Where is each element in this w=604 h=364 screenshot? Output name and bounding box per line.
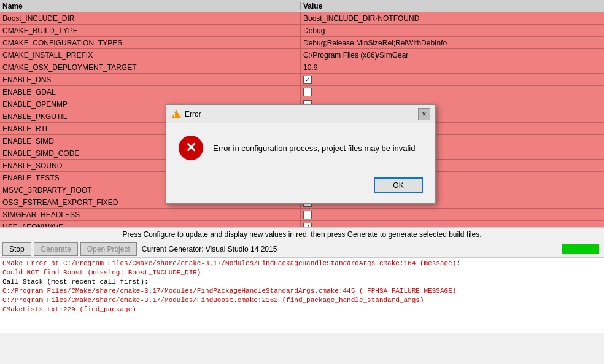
- cell-value[interactable]: [301, 74, 604, 85]
- controls-bar: Stop Generate Open Project Current Gener…: [0, 241, 604, 258]
- cell-value[interactable]: [301, 221, 604, 227]
- warning-icon: [171, 109, 181, 119]
- table-row[interactable]: USE_AEONWAVE: [0, 221, 604, 227]
- modal-close-button[interactable]: ×: [418, 108, 430, 120]
- modal-message: Error in configuration process, project …: [213, 144, 423, 153]
- cell-name: USE_AEONWAVE: [0, 221, 301, 227]
- modal-body: ✕ Error in configuration process, projec…: [166, 123, 435, 172]
- modal-titlebar: Error ×: [166, 105, 435, 123]
- cell-value[interactable]: [301, 209, 604, 220]
- table-row[interactable]: SIMGEAR_HEADLESS: [0, 209, 604, 221]
- cell-name: SIMGEAR_HEADLESS: [0, 209, 301, 220]
- cell-name: CMAKE_INSTALL_PREFIX: [0, 49, 301, 61]
- cell-name: ENABLE_GDAL: [0, 86, 301, 98]
- column-name-header: Name: [0, 2, 301, 10]
- cell-name: CMAKE_BUILD_TYPE: [0, 25, 301, 36]
- table-row[interactable]: CMAKE_CONFIGURATION_TYPESDebug;Release;M…: [0, 37, 604, 49]
- checkbox[interactable]: [303, 223, 312, 228]
- cell-name: CMAKE_CONFIGURATION_TYPES: [0, 37, 301, 48]
- error-icon: ✕: [179, 136, 203, 160]
- log-line: CMakeLists.txt:229 (find_package): [2, 305, 602, 314]
- table-header: Name Value: [0, 0, 604, 12]
- status-message: Press Configure to update and display ne…: [122, 230, 481, 239]
- modal-footer: OK: [166, 172, 435, 203]
- log-line: C:/Program Files/CMake/share/cmake-3.17/…: [2, 287, 602, 296]
- cell-value: 10.9: [301, 61, 604, 73]
- cell-value: C:/Program Files (x86)/SimGear: [301, 49, 604, 61]
- cell-value: Boost_INCLUDE_DIR-NOTFOUND: [301, 12, 604, 24]
- cell-value: Debug: [301, 25, 604, 36]
- table-row[interactable]: CMAKE_INSTALL_PREFIXC:/Program Files (x8…: [0, 49, 604, 61]
- cell-value: Debug;Release;MinSizeRel;RelWithDebInfo: [301, 37, 604, 48]
- table-row[interactable]: ENABLE_GDAL: [0, 86, 604, 98]
- cell-value[interactable]: [301, 86, 604, 98]
- cell-name: Boost_INCLUDE_DIR: [0, 12, 301, 24]
- table-row[interactable]: CMAKE_BUILD_TYPEDebug: [0, 25, 604, 37]
- open-project-button[interactable]: Open Project: [80, 242, 137, 256]
- checkbox[interactable]: [303, 76, 312, 84]
- checkbox[interactable]: [303, 88, 312, 96]
- log-line: Call Stack (most recent call first):: [2, 277, 602, 287]
- progress-bar: [562, 244, 599, 254]
- log-line: C:/Program Files/CMake/share/cmake-3.17/…: [2, 296, 602, 305]
- ok-button[interactable]: OK: [374, 177, 423, 193]
- error-dialog[interactable]: Error × ✕ Error in configuration process…: [166, 104, 436, 204]
- table-row[interactable]: ENABLE_DNS: [0, 74, 604, 86]
- table-row[interactable]: Boost_INCLUDE_DIRBoost_INCLUDE_DIR-NOTFO…: [0, 12, 604, 25]
- log-line: CMake Error at C:/Program Files/CMake/sh…: [2, 259, 602, 268]
- generator-text: Current Generator: Visual Studio 14 2015: [142, 245, 560, 254]
- cell-name: CMAKE_OSX_DEPLOYMENT_TARGET: [0, 61, 301, 73]
- stop-button[interactable]: Stop: [2, 242, 31, 256]
- column-value-header: Value: [301, 2, 604, 10]
- modal-title: Error: [185, 110, 418, 118]
- log-line: Could NOT find Boost (missing: Boost_INC…: [2, 268, 602, 277]
- status-bar: Press Configure to update and display ne…: [0, 227, 604, 241]
- table-row[interactable]: CMAKE_OSX_DEPLOYMENT_TARGET10.9: [0, 61, 604, 74]
- checkbox[interactable]: [303, 211, 312, 219]
- cell-name: ENABLE_DNS: [0, 74, 301, 85]
- generate-button[interactable]: Generate: [34, 242, 78, 256]
- log-area: CMake Error at C:/Program Files/CMake/sh…: [0, 258, 604, 333]
